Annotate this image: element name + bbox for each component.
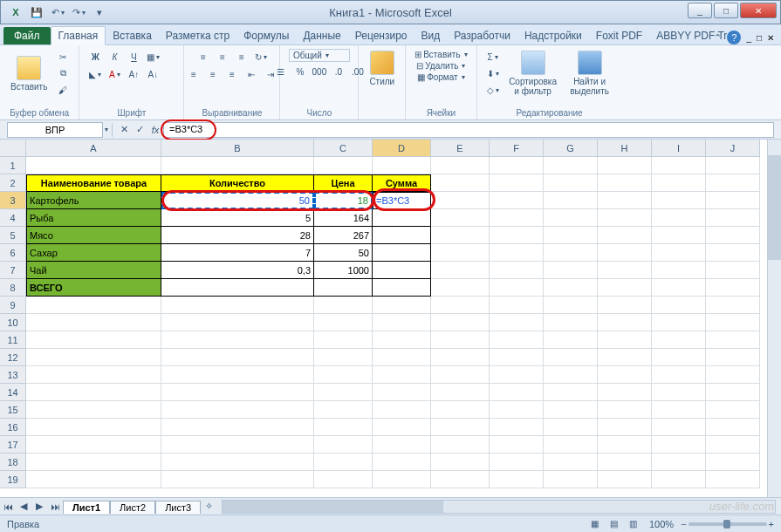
doc-minimize-icon[interactable]: _ — [746, 33, 751, 43]
tab-formulas[interactable]: Формулы — [236, 27, 296, 44]
styles-button[interactable]: Стили — [366, 49, 398, 88]
underline-button[interactable]: Ч — [125, 49, 142, 65]
autosum-icon[interactable]: Σ — [484, 49, 502, 65]
file-tab[interactable]: Файл — [3, 27, 51, 44]
orientation-icon[interactable]: ↻ — [252, 49, 270, 65]
cell-A7[interactable]: Чай — [26, 262, 161, 279]
cell-D6[interactable] — [373, 244, 431, 262]
align-bot-icon[interactable]: ≡ — [233, 49, 250, 65]
inc-decimal-icon[interactable]: .0 — [330, 64, 347, 79]
zoom-in-button[interactable]: + — [769, 519, 774, 529]
format-cells-button[interactable]: ▦Формат — [415, 72, 467, 83]
cell-C6[interactable]: 50 — [314, 244, 373, 262]
cell-D4[interactable] — [373, 209, 431, 227]
col-header[interactable]: C — [314, 140, 373, 157]
cell-A2[interactable]: Наименование товара — [26, 174, 161, 192]
cell-B6[interactable]: 7 — [161, 244, 314, 262]
minimize-button[interactable]: _ — [688, 3, 712, 18]
row-header[interactable]: 3 — [0, 192, 26, 209]
tab-pagelayout[interactable]: Разметка стр — [159, 27, 236, 44]
sheet-nav-next-icon[interactable]: ▶ — [31, 500, 47, 514]
row-header[interactable]: 17 — [0, 436, 26, 454]
row-header[interactable]: 13 — [0, 366, 26, 384]
copy-icon[interactable]: ⧉ — [54, 65, 72, 81]
percent-icon[interactable]: % — [291, 64, 309, 79]
border-icon[interactable]: ▦ — [144, 49, 161, 65]
row-header[interactable]: 1 — [0, 157, 26, 174]
cell-B7[interactable]: 0,3 — [161, 262, 314, 279]
col-header[interactable]: I — [652, 140, 706, 157]
col-header[interactable]: F — [490, 140, 544, 157]
col-header[interactable]: A — [26, 140, 161, 157]
row-header[interactable]: 5 — [0, 227, 26, 244]
row-header[interactable]: 6 — [0, 244, 26, 262]
align-mid-icon[interactable]: ≡ — [214, 49, 231, 65]
fx-icon[interactable]: fx — [147, 122, 163, 138]
sheet-tab[interactable]: Лист1 — [63, 501, 110, 514]
cell-A3[interactable]: Картофель — [26, 192, 161, 209]
row-header[interactable]: 4 — [0, 209, 26, 227]
row-header[interactable]: 19 — [0, 471, 26, 488]
cut-icon[interactable]: ✂ — [54, 49, 72, 65]
align-right-icon[interactable]: ≡ — [223, 66, 241, 82]
save-icon[interactable]: 💾 — [27, 3, 46, 21]
grid[interactable]: A B C D E F G H I J Наименование товара … — [26, 140, 781, 497]
zoom-slider[interactable] — [689, 522, 767, 526]
help-icon[interactable]: ? — [727, 31, 741, 44]
format-painter-icon[interactable]: 🖌 — [54, 82, 72, 98]
name-box[interactable] — [7, 122, 103, 138]
sheet-tab[interactable]: Лист3 — [155, 501, 201, 514]
grow-font-icon[interactable]: A↑ — [125, 66, 142, 82]
cell-D7[interactable] — [373, 262, 431, 279]
horizontal-scrollbar[interactable] — [222, 500, 776, 514]
qat-more-icon[interactable]: ▾ — [90, 3, 109, 21]
tab-insert[interactable]: Вставка — [106, 27, 159, 44]
cell-D2[interactable]: Сумма — [373, 174, 431, 192]
cell-C8[interactable] — [314, 279, 373, 297]
col-header[interactable]: H — [598, 140, 652, 157]
close-button[interactable]: ✕ — [740, 3, 777, 18]
sheet-nav-last-icon[interactable]: ⏭ — [47, 500, 63, 514]
new-sheet-icon[interactable]: ✧ — [201, 500, 216, 514]
cell-D5[interactable] — [373, 227, 431, 244]
col-header[interactable]: J — [706, 140, 760, 157]
currency-icon[interactable]: ☰ — [272, 64, 290, 79]
col-header[interactable]: E — [431, 140, 490, 157]
clear-icon[interactable]: ◇ — [484, 82, 502, 98]
zoom-level[interactable]: 100% — [649, 519, 674, 529]
delete-cells-button[interactable]: ⊟Удалить — [414, 60, 467, 72]
cell-A4[interactable]: Рыба — [26, 209, 161, 227]
row-header[interactable]: 9 — [0, 297, 26, 314]
view-normal-icon[interactable]: ▦ — [586, 516, 604, 532]
tab-review[interactable]: Рецензиро — [348, 27, 414, 44]
align-center-icon[interactable]: ≡ — [204, 66, 222, 82]
cancel-formula-icon[interactable]: ✕ — [116, 122, 132, 138]
sort-filter-button[interactable]: Сортировка и фильтр — [505, 49, 561, 98]
doc-restore-icon[interactable]: □ — [757, 33, 762, 43]
tab-foxit[interactable]: Foxit PDF — [589, 27, 649, 44]
cell-D8[interactable] — [373, 279, 431, 297]
number-format-dropdown[interactable]: Общий — [289, 49, 350, 62]
shrink-font-icon[interactable]: A↓ — [144, 66, 161, 82]
ribbon-minimize-icon[interactable]: ⌃ — [714, 32, 722, 44]
row-header[interactable]: 14 — [0, 384, 26, 401]
insert-cells-button[interactable]: ⊞Вставить — [413, 49, 469, 60]
bold-button[interactable]: Ж — [86, 49, 104, 65]
cell-B4[interactable]: 5 — [161, 209, 314, 227]
cell-B8[interactable] — [161, 279, 314, 297]
cell-D3-active[interactable]: =B3*C3 — [373, 192, 431, 209]
doc-close-icon[interactable]: ✕ — [767, 33, 774, 43]
row-header[interactable]: 16 — [0, 419, 26, 436]
tab-addins[interactable]: Надстройки — [517, 27, 589, 44]
italic-button[interactable]: К — [106, 49, 123, 65]
redo-icon[interactable]: ↷ — [69, 3, 88, 21]
cell-C7[interactable]: 1000 — [314, 262, 373, 279]
cell-C2[interactable]: Цена — [314, 174, 373, 192]
tab-developer[interactable]: Разработчи — [447, 27, 517, 44]
font-color-icon[interactable]: A — [106, 66, 123, 82]
row-header[interactable]: 15 — [0, 401, 26, 419]
sheet-nav-prev-icon[interactable]: ◀ — [16, 500, 31, 514]
view-pagebreak-icon[interactable]: ▥ — [625, 516, 642, 532]
row-header[interactable]: 2 — [0, 174, 26, 192]
tab-home[interactable]: Главная — [51, 26, 106, 45]
